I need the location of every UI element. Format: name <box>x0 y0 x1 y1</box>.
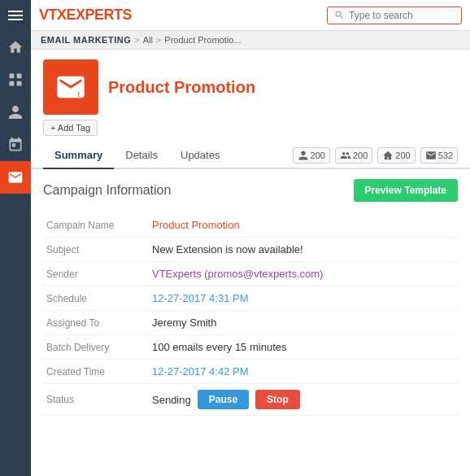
breadcrumb-sep1: > <box>134 35 139 45</box>
schedule-value: 12-27-2017 4:31 PM <box>149 286 458 311</box>
campaign-icon: ! <box>43 59 98 115</box>
calendar-icon <box>7 137 24 153</box>
sidebar-item-email[interactable] <box>0 161 31 194</box>
batch-label: Batch Delivery <box>43 335 149 360</box>
tab-details[interactable]: Details <box>114 142 169 169</box>
table-row: Subject New Extension is now available! <box>43 238 458 262</box>
topbar: VTXEXPERTS <box>31 0 470 31</box>
logo-perts: EXPERTS <box>67 7 133 23</box>
menu-icon[interactable] <box>0 0 31 31</box>
badge4-value: 532 <box>438 151 453 160</box>
section-header: Campaign Information Preview Template <box>43 179 458 202</box>
logo-x: X <box>57 7 67 23</box>
group-icon <box>340 150 351 161</box>
person-icon <box>7 104 24 120</box>
sidebar <box>0 0 31 476</box>
search-icon <box>334 10 345 20</box>
table-row: Created Time 12-27-2017 4:42 PM <box>43 360 458 384</box>
building-icon <box>382 150 394 161</box>
created-value: 12-27-2017 4:42 PM <box>149 360 458 384</box>
table-row: Schedule 12-27-2017 4:31 PM <box>43 286 458 311</box>
table-row: Batch Delivery 100 emails every 15 minut… <box>43 335 458 360</box>
svg-text:!: ! <box>78 90 81 98</box>
campaign-info-section: Campaign Information Preview Template Ca… <box>31 169 470 426</box>
search-box[interactable] <box>327 7 462 24</box>
logo: VTXEXPERTS <box>39 7 132 24</box>
schedule-label: Schedule <box>43 286 149 311</box>
breadcrumb-sep2: > <box>156 35 161 45</box>
badge3-value: 200 <box>395 151 410 160</box>
batch-value: 100 emails every 15 minutes <box>149 335 458 360</box>
sidebar-item-person[interactable] <box>0 96 31 129</box>
breadcrumb-current: Product Promotio... <box>164 35 241 45</box>
stop-button[interactable]: Stop <box>255 390 300 409</box>
grid-icon <box>7 72 24 88</box>
tab-badge-contacts[interactable]: 200 <box>293 147 330 164</box>
main-area: VTXEXPERTS EMAIL MARKETING > All > Produ… <box>31 0 470 476</box>
email-campaign-icon: ! <box>54 71 87 103</box>
sender-value: VTExperts (promos@vtexperts.com) <box>149 262 458 286</box>
contacts-icon <box>298 150 309 161</box>
tab-summary[interactable]: Summary <box>43 142 114 169</box>
tab-icons: 200 200 200 532 <box>293 147 458 164</box>
email-tab-icon <box>425 150 437 161</box>
subject-value: New Extension is now available! <box>149 238 458 262</box>
sidebar-item-calendar[interactable] <box>0 129 31 161</box>
campaign-name-label: Campain Name <box>43 213 149 238</box>
badge1-value: 200 <box>311 151 325 160</box>
sender-label: Sender <box>43 262 149 286</box>
campaign-title: Product Promotion <box>108 78 255 97</box>
campaign-name-value: Product Promotion <box>149 213 458 238</box>
section-title: Campaign Information <box>43 183 171 198</box>
table-row: Campain Name Product Promotion <box>43 213 458 238</box>
preview-template-button[interactable]: Preview Template <box>354 179 459 202</box>
status-cell: Sending Pause Stop <box>149 384 458 416</box>
status-value: Sending <box>152 394 191 406</box>
table-row: Sender VTExperts (promos@vtexperts.com) <box>43 262 458 286</box>
logo-vt: VT <box>39 7 57 23</box>
sidebar-item-home[interactable] <box>0 31 31 63</box>
info-table: Campain Name Product Promotion Subject N… <box>43 213 458 416</box>
status-label: Status <box>43 384 149 416</box>
add-tag-button[interactable]: + Add Tag <box>43 120 98 136</box>
status-row: Sending Pause Stop <box>152 390 455 409</box>
header-row: ! Product Promotion <box>43 59 458 115</box>
tab-badge-group[interactable]: 200 <box>335 147 372 164</box>
subject-label: Subject <box>43 238 149 262</box>
header-section: ! Product Promotion + Add Tag <box>31 50 470 136</box>
breadcrumb: EMAIL MARKETING > All > Product Promotio… <box>31 31 470 50</box>
email-icon <box>7 169 24 186</box>
created-label: Created Time <box>43 360 149 384</box>
tab-badge-email[interactable]: 532 <box>420 147 458 164</box>
breadcrumb-all[interactable]: All <box>143 35 153 45</box>
tab-badge-building[interactable]: 200 <box>377 147 415 164</box>
content-area: ! Product Promotion + Add Tag Summary De… <box>31 50 470 476</box>
breadcrumb-section: EMAIL MARKETING <box>41 35 131 45</box>
tab-updates[interactable]: Updates <box>169 142 231 169</box>
assigned-value: Jeremy Smith <box>149 311 458 335</box>
assigned-label: Assigned To <box>43 311 149 335</box>
pause-button[interactable]: Pause <box>198 390 249 409</box>
sidebar-item-grid[interactable] <box>0 63 31 96</box>
badge2-value: 200 <box>353 151 368 160</box>
add-tag-row: + Add Tag <box>43 120 458 136</box>
search-input[interactable] <box>349 10 455 21</box>
table-row: Assigned To Jeremy Smith <box>43 311 458 335</box>
home-icon <box>7 39 24 55</box>
tabs-row: Summary Details Updates 200 200 200 <box>31 142 470 169</box>
table-row: Status Sending Pause Stop <box>43 384 458 416</box>
